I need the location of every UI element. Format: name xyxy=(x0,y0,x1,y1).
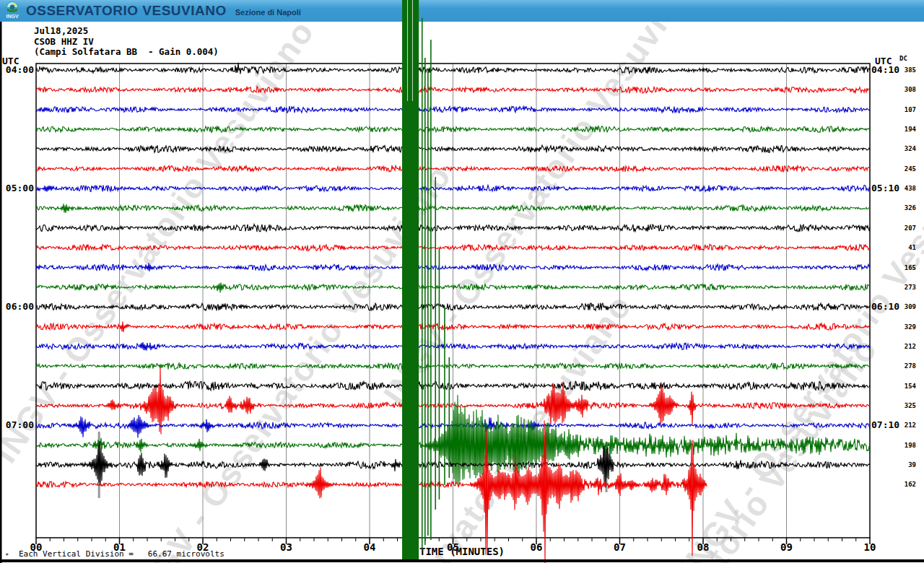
station-description-line: (Campi Solfatara BB - Gain 0.004) xyxy=(34,47,219,58)
x-axis-title: TIME (MINUTES) xyxy=(390,546,534,557)
dc-value: 438 xyxy=(894,185,916,192)
dc-value: 329 xyxy=(894,323,916,331)
hour-label: 07:00 xyxy=(0,419,34,430)
dc-value: 39 xyxy=(894,461,916,468)
x-tick-label: 08 xyxy=(691,541,715,553)
dc-value: 165 xyxy=(894,264,916,271)
logo-text: INGV xyxy=(6,14,18,19)
hour-label: 05:00 xyxy=(0,183,34,193)
x-tick-label: 10 xyxy=(858,541,882,553)
x-tick-label: 04 xyxy=(357,541,382,553)
dc-value: 162 xyxy=(894,481,916,488)
page-subtitle: Sezione di Napoli xyxy=(235,8,301,17)
ingv-emblem-icon xyxy=(6,1,19,14)
dc-value: 212 xyxy=(894,422,916,429)
footnote-marker: * xyxy=(5,552,9,559)
dc-value: 309 xyxy=(894,303,916,310)
ingv-logo-icon: INGV xyxy=(3,1,22,21)
dc-column-header: DC xyxy=(899,55,907,62)
dc-value: 326 xyxy=(894,204,916,211)
dc-value: 385 xyxy=(894,66,916,74)
dc-value: 245 xyxy=(894,165,916,173)
dc-value: 198 xyxy=(894,442,916,449)
dc-value: 154 xyxy=(894,383,916,390)
dc-value: 273 xyxy=(894,284,916,291)
header-bar: INGV OSSERVATORIO VESUVIANO Sezione di N… xyxy=(0,0,924,22)
dc-value: 324 xyxy=(894,145,916,152)
hour-label: 04:00 xyxy=(0,64,34,75)
dc-value: 41 xyxy=(894,244,916,251)
dc-value: 325 xyxy=(894,402,916,409)
x-tick-label: 03 xyxy=(274,541,299,553)
station-channel-line: CSOB HHZ IV xyxy=(34,37,219,48)
watermark-layer: INGV - Osservatorio VesuvianoINGV - Osse… xyxy=(0,0,924,563)
dc-value: 107 xyxy=(894,106,916,113)
scale-footnote: Each Vertical Division = 66.67 microvolt… xyxy=(19,549,225,559)
station-info: Jul18,2025 CSOB HHZ IV (Campi Solfatara … xyxy=(34,26,219,58)
page-title: OSSERVATORIO VESUVIANO xyxy=(26,3,227,19)
seismogram-page: { "header": { "title": "OSSERVATORIO VES… xyxy=(0,0,924,563)
dc-value: 207 xyxy=(894,224,916,232)
x-tick-label: 09 xyxy=(775,541,799,553)
dc-value: 308 xyxy=(894,86,916,93)
hour-label: 06:00 xyxy=(0,301,34,312)
x-tick-label: 07 xyxy=(608,541,632,553)
dc-value: 194 xyxy=(894,126,916,133)
dc-value: 212 xyxy=(894,343,916,350)
dc-value: 278 xyxy=(894,362,916,370)
date-line: Jul18,2025 xyxy=(34,26,219,37)
